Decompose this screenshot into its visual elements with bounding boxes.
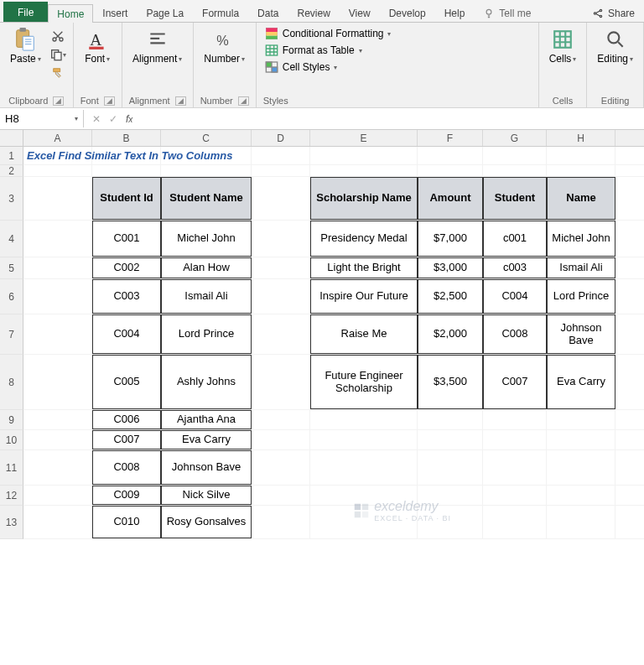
cell[interactable]: Ismail Ali <box>547 257 615 278</box>
cell[interactable]: Future Engineer Scholarship <box>310 355 418 409</box>
cell[interactable] <box>310 165 418 176</box>
number-launcher[interactable]: ◢ <box>238 96 249 106</box>
cell[interactable] <box>161 165 252 176</box>
cell[interactable]: C001 <box>92 221 161 257</box>
cell[interactable]: C005 <box>92 355 161 409</box>
col-header[interactable]: B <box>92 130 161 146</box>
cell[interactable]: Ashly Johns <box>161 355 252 409</box>
tab-page-layout[interactable]: Page La <box>137 3 193 22</box>
cell[interactable] <box>418 450 483 485</box>
cell[interactable]: C007 <box>483 355 547 409</box>
tab-formulas[interactable]: Formula <box>193 3 248 22</box>
cell[interactable]: Eva Carry <box>161 430 252 449</box>
cell[interactable]: Johnson Bave <box>161 450 252 485</box>
cell[interactable]: $3,500 <box>418 355 483 409</box>
cell[interactable] <box>418 147 483 164</box>
tell-me[interactable]: Tell me <box>474 3 540 22</box>
cell[interactable] <box>483 450 547 485</box>
row-header[interactable]: 1 <box>0 147 23 165</box>
tab-view[interactable]: View <box>340 3 380 22</box>
cell[interactable] <box>310 430 418 449</box>
cell[interactable] <box>547 410 615 429</box>
cell[interactable]: C008 <box>92 450 161 485</box>
cell[interactable]: Student Name <box>161 177 252 220</box>
alignment-launcher[interactable]: ◢ <box>175 96 186 106</box>
accept-formula-button[interactable]: ✓ <box>109 113 117 125</box>
tab-file[interactable]: File <box>3 2 48 22</box>
conditional-formatting-button[interactable]: Conditional Formatting▾ <box>263 26 393 41</box>
cell[interactable] <box>252 506 310 538</box>
cell[interactable]: Name <box>547 177 615 220</box>
cell[interactable] <box>252 221 310 257</box>
cell[interactable]: C009 <box>92 486 161 505</box>
cells-button[interactable]: Cells▾ <box>546 26 580 66</box>
cell[interactable]: Inspire Our Future <box>310 279 418 314</box>
cell[interactable]: C002 <box>92 257 161 278</box>
cell[interactable]: Excel Find Similar Text In Two Columns <box>23 147 92 164</box>
col-header[interactable]: A <box>23 130 92 146</box>
cell[interactable]: $3,000 <box>418 257 483 278</box>
cell[interactable]: Michel John <box>161 221 252 257</box>
row-header[interactable]: 10 <box>0 430 23 450</box>
cell[interactable] <box>92 147 161 164</box>
format-painter-button[interactable] <box>49 65 66 81</box>
cell[interactable] <box>161 147 252 164</box>
cell[interactable] <box>252 486 310 505</box>
cell[interactable] <box>310 410 418 429</box>
cell[interactable] <box>252 314 310 354</box>
cell[interactable] <box>418 410 483 429</box>
cell[interactable] <box>252 177 310 220</box>
cell[interactable]: Scholarship Name <box>310 177 418 220</box>
copy-button[interactable]: ▾ <box>49 46 66 63</box>
cell[interactable] <box>547 165 615 176</box>
share-button[interactable]: Share <box>583 3 644 22</box>
cell[interactable]: C003 <box>92 279 161 314</box>
cell[interactable] <box>252 165 310 176</box>
tab-developer[interactable]: Develop <box>380 3 435 22</box>
tab-data[interactable]: Data <box>248 3 288 22</box>
cell[interactable]: Lord Prince <box>547 279 615 314</box>
row-header[interactable]: 12 <box>0 486 23 506</box>
cell[interactable] <box>23 430 92 449</box>
formula-input[interactable] <box>141 110 644 127</box>
cell[interactable]: C010 <box>92 506 161 538</box>
col-header[interactable]: F <box>418 130 483 146</box>
cancel-formula-button[interactable]: ✕ <box>92 113 101 125</box>
cell[interactable] <box>23 355 92 409</box>
row-header[interactable]: 7 <box>0 314 23 355</box>
tab-review[interactable]: Review <box>288 3 339 22</box>
cell[interactable]: Johnson Bave <box>547 314 615 354</box>
cell[interactable] <box>547 430 615 449</box>
col-header[interactable]: E <box>310 130 418 146</box>
cell[interactable] <box>547 147 615 164</box>
cell[interactable]: Raise Me <box>310 314 418 354</box>
cell[interactable] <box>23 165 92 176</box>
cell[interactable]: Alan How <box>161 257 252 278</box>
cell[interactable]: C008 <box>483 314 547 354</box>
tab-insert[interactable]: Insert <box>93 3 137 22</box>
alignment-button[interactable]: Alignment▾ <box>129 26 185 66</box>
cell[interactable]: Nick Silve <box>161 486 252 505</box>
row-header[interactable]: 11 <box>0 450 23 486</box>
cell[interactable] <box>483 506 547 538</box>
cell[interactable] <box>252 257 310 278</box>
row-header[interactable]: 2 <box>0 165 23 177</box>
cell[interactable]: Ismail Ali <box>161 279 252 314</box>
cell[interactable] <box>23 486 92 505</box>
worksheet-grid[interactable]: A B C D E F G H 12345678910111213 Excel … <box>0 130 644 539</box>
cell[interactable]: Eva Carry <box>547 355 615 409</box>
cell[interactable]: Student Id <box>92 177 161 220</box>
font-button[interactable]: A Font▾ <box>81 26 113 66</box>
fx-button[interactable]: fx <box>126 113 132 125</box>
cell[interactable] <box>23 450 92 485</box>
cell[interactable]: $2,000 <box>418 314 483 354</box>
cell[interactable] <box>23 314 92 354</box>
select-all-corner[interactable] <box>0 130 23 146</box>
row-header[interactable]: 9 <box>0 410 23 430</box>
cell[interactable]: Ajantha Ana <box>161 410 252 429</box>
col-header[interactable]: H <box>547 130 615 146</box>
name-box[interactable]: H8▾ <box>0 110 84 127</box>
font-launcher[interactable]: ◢ <box>104 96 115 106</box>
col-header[interactable]: C <box>161 130 252 146</box>
cell[interactable]: Lord Prince <box>161 314 252 354</box>
